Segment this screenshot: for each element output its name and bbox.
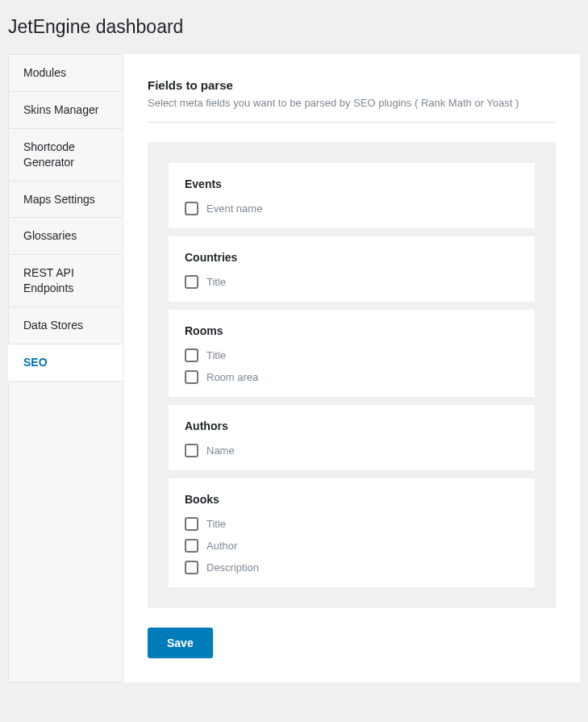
- checkbox-rooms-area[interactable]: [185, 370, 198, 384]
- group-title: Rooms: [185, 324, 519, 337]
- group-title: Authors: [185, 419, 519, 432]
- section-description: Select meta fields you want to be parsed…: [148, 97, 556, 109]
- field-label: Name: [206, 444, 235, 457]
- sidebar: Modules Skins Manager Shortcode Generato…: [8, 54, 123, 682]
- field-label: Title: [206, 276, 226, 288]
- main-content: Fields to parse Select meta fields you w…: [123, 54, 580, 682]
- field-group-events: Events Event name: [169, 163, 535, 228]
- field-label: Room area: [206, 371, 258, 383]
- dashboard-container: Modules Skins Manager Shortcode Generato…: [0, 54, 588, 682]
- section-title: Fields to parse: [148, 78, 556, 92]
- checkbox-rooms-title[interactable]: [185, 348, 198, 362]
- field-row: Event name: [185, 202, 519, 215]
- sidebar-item-rest-api-endpoints[interactable]: REST API Endpoints: [9, 255, 123, 307]
- group-title: Events: [185, 177, 519, 190]
- sidebar-item-modules[interactable]: Modules: [9, 55, 123, 92]
- field-group-rooms: Rooms Title Room area: [169, 310, 535, 397]
- sidebar-item-seo[interactable]: SEO: [8, 344, 123, 382]
- sidebar-item-shortcode-generator[interactable]: Shortcode Generator: [9, 129, 123, 182]
- save-button[interactable]: Save: [148, 628, 213, 658]
- divider: [148, 122, 556, 123]
- checkbox-event-name[interactable]: [185, 202, 198, 215]
- field-row: Description: [185, 561, 519, 574]
- field-row: Title: [185, 348, 519, 362]
- field-group-authors: Authors Name: [169, 405, 535, 470]
- field-group-books: Books Title Author Description: [169, 478, 535, 587]
- checkbox-authors-name[interactable]: [185, 444, 198, 457]
- field-row: Title: [185, 275, 519, 289]
- sidebar-item-skins-manager[interactable]: Skins Manager: [9, 92, 123, 129]
- field-label: Title: [206, 349, 226, 361]
- field-row: Title: [185, 517, 519, 531]
- sidebar-item-maps-settings[interactable]: Maps Settings: [9, 182, 123, 219]
- checkbox-books-author[interactable]: [185, 539, 198, 553]
- group-title: Countries: [185, 251, 519, 264]
- page-title: JetEngine dashboard: [0, 0, 588, 54]
- field-label: Description: [206, 561, 259, 574]
- checkbox-countries-title[interactable]: [185, 275, 198, 289]
- fields-panel: Events Event name Countries Title Rooms …: [148, 142, 556, 608]
- field-label: Title: [206, 518, 226, 530]
- group-title: Books: [185, 493, 519, 506]
- sidebar-item-data-stores[interactable]: Data Stores: [9, 307, 123, 344]
- field-row: Room area: [185, 370, 519, 384]
- field-label: Event name: [206, 202, 262, 215]
- field-label: Author: [206, 540, 237, 552]
- field-group-countries: Countries Title: [169, 236, 535, 302]
- field-row: Author: [185, 539, 519, 553]
- field-row: Name: [185, 444, 519, 457]
- checkbox-books-description[interactable]: [185, 561, 198, 574]
- checkbox-books-title[interactable]: [185, 517, 198, 531]
- sidebar-item-glossaries[interactable]: Glossaries: [9, 218, 123, 255]
